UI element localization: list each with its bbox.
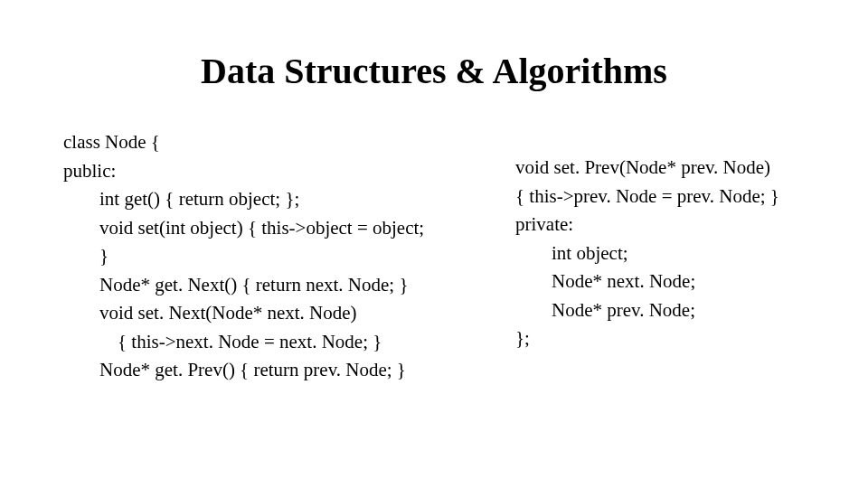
code-line: } [63,242,488,271]
code-line: int get() { return object; }; [63,185,488,214]
code-line: int object; [515,239,805,268]
code-line: void set. Next(Node* next. Node) [63,299,488,328]
code-line: void set. Prev(Node* prev. Node) [515,154,805,183]
slide: Data Structures & Algorithms class Node … [0,0,868,488]
code-line: void set(int object) { this->object = ob… [63,214,488,243]
code-line: public: [63,157,488,186]
content-columns: class Node { public: int get() { return … [63,128,805,385]
code-column-right: void set. Prev(Node* prev. Node) { this-… [515,128,805,385]
code-line: Node* next. Node; [515,267,805,296]
code-line: private: [515,211,805,239]
slide-title: Data Structures & Algorithms [63,50,805,92]
code-line: }; [515,324,805,353]
code-line: { this->next. Node = next. Node; } [63,328,488,357]
code-line: Node* prev. Node; [515,296,805,325]
code-column-left: class Node { public: int get() { return … [63,128,488,385]
code-line: { this->prev. Node = prev. Node; } [515,183,805,211]
code-line: Node* get. Next() { return next. Node; } [63,271,488,300]
code-line: Node* get. Prev() { return prev. Node; } [63,356,488,385]
code-line: class Node { [63,128,488,157]
